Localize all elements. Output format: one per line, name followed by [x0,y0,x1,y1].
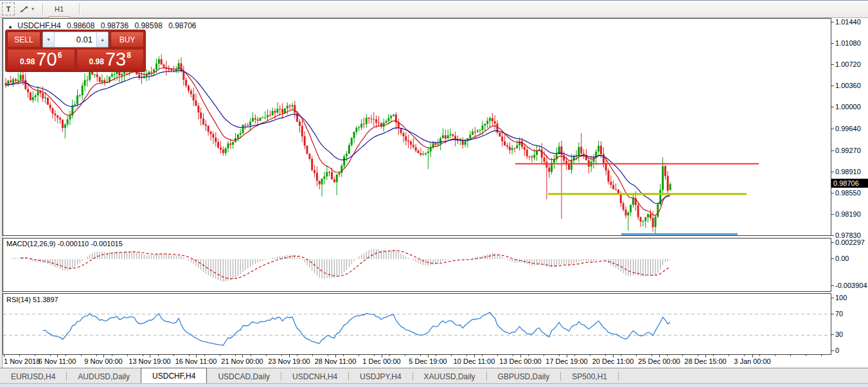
time-minor-tick [405,355,405,356]
axis-tick [831,314,834,314]
tab-separator [618,372,619,381]
sell-price-display[interactable]: 0.98 70 6 [7,49,75,70]
time-minor-tick [343,355,344,356]
axis-tick [831,258,834,259]
volume-input[interactable] [55,32,96,47]
time-minor-tick [35,355,35,356]
tab-usdchf-h4[interactable]: USDCHF,H4 [141,368,207,383]
time-minor-tick [251,355,251,356]
axis-tick-label: 0.99640 [835,125,861,132]
buy-price-display[interactable]: 0.98 73 8 [76,49,145,70]
time-tick-label: 21 Nov 00:00 [221,357,263,365]
time-minor-tick [281,355,282,356]
axis-tick [831,242,834,243]
axis-tick [831,86,834,86]
tab-usdcnh-h4[interactable]: USDCNH,H4 [281,370,348,383]
time-minor-tick [359,355,359,356]
axis-tick [831,235,834,236]
axis-tick-label: 0.98910 [835,168,861,176]
macd-signal-line [21,251,670,279]
time-tick-label: 16 Nov 11:00 [175,357,217,365]
time-minor-tick [297,355,297,356]
axis-tick-label: 100 [835,294,847,302]
time-minor-tick [682,355,683,356]
sell-button[interactable]: SELL [7,32,40,48]
time-minor-tick [158,355,159,356]
time-minor-tick [312,355,313,356]
rsi-plot[interactable] [3,293,831,355]
current-price-tag: 0.98706 [831,179,868,188]
tab-xauusd-daily[interactable]: XAUUSD,Daily [413,370,486,383]
time-tick-label: 13 Dec 00:00 [499,357,541,365]
time-tick-label: 5 Dec 19:00 [409,357,447,365]
sell-price-prefix: 0.98 [20,57,35,66]
axis-tick-label: 1.00360 [835,82,861,89]
time-minor-tick [420,355,421,356]
volume-stepper: ▼ ▲ [42,32,109,48]
timeframe-button-m30[interactable]: M30 [48,0,75,3]
time-minor-tick [713,355,714,356]
time-minor-tick [112,355,112,356]
volume-increase-button[interactable]: ▲ [96,32,108,47]
buy-price-sup: 8 [127,51,131,60]
tab-usdjpy-h4[interactable]: USDJPY,H4 [349,370,412,383]
tab-eurusd-h4[interactable]: EURUSD,H4 [0,370,66,383]
rsi-levels [3,314,831,336]
axis-tick [831,214,834,215]
ohlc-high: 0.98736 [101,21,128,30]
time-minor-tick [204,355,205,356]
time-tick-label: 9 Nov 00:00 [84,357,122,365]
time-minor-tick [374,355,375,356]
time-minor-tick [189,355,190,356]
rsi-line [43,312,670,345]
time-minor-tick [466,355,467,356]
macd-histogram [11,249,671,282]
tab-sp500-h1[interactable]: SP500,H1 [561,370,618,383]
time-minor-tick [482,355,483,356]
symbol-marker-icon[interactable]: ▲ [8,24,13,30]
time-minor-tick [497,355,498,356]
time-minor-tick [436,355,436,356]
buy-button[interactable]: BUY [111,32,144,48]
tab-usdcad-daily[interactable]: USDCAD,Daily [207,370,281,383]
ma-slow-line [6,71,670,204]
tab-gbpusd-daily[interactable]: GBPUSD,Daily [487,370,561,383]
axis-tick-label: -0.003904 [835,282,867,289]
time-minor-tick [235,355,236,356]
axis-tick [831,22,834,22]
time-minor-tick [759,355,760,356]
time-minor-tick [621,355,621,356]
axis-tick-label: 1.01080 [835,39,861,47]
time-tick-label: 6 Nov 11:00 [39,357,76,365]
time-tick-label: 28 Nov 11:00 [315,357,357,365]
macd-plot[interactable] [3,238,831,292]
tab-audusd-daily[interactable]: AUDUSD,Daily [67,370,141,383]
buy-price-big: 73 [105,50,126,69]
rsi-axis: 10070300 [831,293,868,355]
volume-decrease-button[interactable]: ▼ [43,32,55,47]
caret-up-icon: ▲ [100,37,105,42]
axis-tick [831,150,834,151]
timeframe-button-h1[interactable]: H1 [48,3,70,16]
axis-tick-label: 0.98190 [835,210,861,218]
text-tool-button[interactable]: T [2,3,15,15]
axis-tick [831,107,834,107]
time-minor-tick [328,355,328,356]
rsi-label: RSI(14) 51.3897 [6,296,58,303]
bottom-window-edge [0,383,868,387]
time-minor-tick [528,355,529,356]
axis-tick-label: 70 [835,310,843,318]
chart-tab-bar: EURUSD,H4AUDUSD,DailyUSDCHF,H4USDCAD,Dai… [0,368,868,383]
sell-price-sup: 6 [58,51,62,60]
cursor-tool-button[interactable]: ▼ [16,3,38,15]
axis-tick-label: 0.98550 [835,189,861,197]
axis-tick [831,285,834,286]
price-axis: 1.014401.010801.007201.003601.000000.996… [831,18,868,236]
time-minor-tick [775,355,775,356]
axis-tick-label: 0.99270 [835,147,861,154]
time-minor-tick [513,355,513,356]
axis-tick-label: 1.01440 [835,18,861,26]
axis-tick [831,64,834,65]
time-tick-label: 1 Dec 00:00 [362,357,400,365]
time-minor-tick [96,355,97,356]
